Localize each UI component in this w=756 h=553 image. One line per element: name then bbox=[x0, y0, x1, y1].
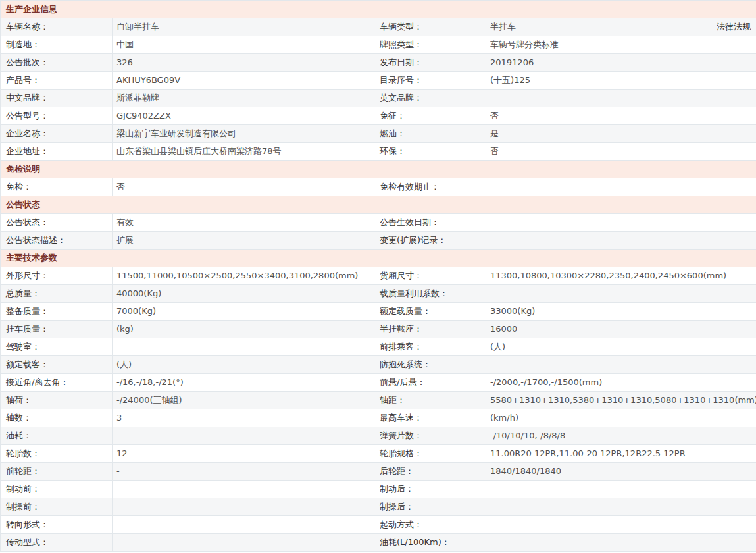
field-value: -/2000,-/1700,-/1500(mm) bbox=[486, 374, 756, 392]
field-label: 后轮距： bbox=[374, 463, 486, 481]
table-row: 整备质量：7000(Kg)额定载质量：33000(Kg) bbox=[1, 303, 756, 321]
field-label: 挂车质量： bbox=[1, 321, 113, 338]
field-label: 制操后： bbox=[374, 498, 486, 516]
section-title: 公告状态 bbox=[1, 196, 756, 214]
field-label: 轴距： bbox=[374, 392, 486, 409]
table-row: 额定载客：(人)防抱死系统： bbox=[1, 356, 756, 374]
table-row: 传动型式：油耗(L/100Km)： bbox=[1, 534, 756, 552]
field-value: GJC9402ZZX bbox=[113, 107, 374, 125]
field-label: 变更(扩展)记录： bbox=[374, 232, 486, 250]
field-value: 1840/1840/1840 bbox=[486, 463, 756, 481]
field-value: 3 bbox=[113, 409, 374, 427]
field-label: 中文品牌： bbox=[1, 90, 113, 107]
field-label: 免检有效期止： bbox=[374, 178, 486, 196]
table-row: 轴数：3最高车速：(km/h) bbox=[1, 409, 756, 427]
field-label: 弹簧片数： bbox=[374, 427, 486, 445]
field-value bbox=[486, 356, 756, 374]
field-value: 16000 bbox=[486, 321, 756, 338]
section-title: 免检说明 bbox=[1, 161, 756, 178]
field-value: (人) bbox=[113, 356, 374, 374]
table-row: 轴荷：-/24000(三轴组)轴距：5580+1310+1310,5380+13… bbox=[1, 392, 756, 409]
field-label: 前悬/后悬： bbox=[374, 374, 486, 392]
field-label: 最高车速： bbox=[374, 409, 486, 427]
table-row: 中文品牌：斯派菲勒牌英文品牌： bbox=[1, 90, 756, 107]
section-title: 生产企业信息 bbox=[1, 1, 756, 18]
field-value bbox=[113, 338, 374, 356]
table-row: 油耗：弹簧片数：-/10/10/10,-/8/8/8 bbox=[1, 427, 756, 445]
table-row: 外形尺寸：11500,11000,10500×2500,2550×3400,31… bbox=[1, 267, 756, 285]
field-label: 牌照类型： bbox=[374, 36, 486, 54]
section-header-row: 生产企业信息 bbox=[1, 1, 756, 18]
field-value bbox=[486, 534, 756, 552]
field-label: 起动方式： bbox=[374, 516, 486, 534]
table-row: 轮胎数：12轮胎规格：11.00R20 12PR,11.00-20 12PR,1… bbox=[1, 445, 756, 463]
field-value: 否 bbox=[113, 178, 374, 196]
field-label: 公告状态： bbox=[1, 214, 113, 232]
table-row: 制造地：中国牌照类型：车辆号牌分类标准 bbox=[1, 36, 756, 54]
field-label: 公告批次： bbox=[1, 54, 113, 72]
field-value: -/24000(三轴组) bbox=[113, 392, 374, 409]
field-value: 11.00R20 12PR,11.00-20 12PR,12R22.5 12PR bbox=[486, 445, 756, 463]
field-value: - bbox=[113, 463, 374, 481]
field-value: AKHUY6BG09V bbox=[113, 72, 374, 90]
field-value: 12 bbox=[113, 445, 374, 463]
field-value: -/10/10/10,-/8/8/8 bbox=[486, 427, 756, 445]
field-label: 载质量利用系数： bbox=[374, 285, 486, 303]
field-value bbox=[113, 427, 374, 445]
field-value: 5580+1310+1310,5380+1310+1310,5080+1310+… bbox=[486, 392, 756, 409]
field-label: 外形尺寸： bbox=[1, 267, 113, 285]
table-row: 公告型号：GJC9402ZZX免征：否 bbox=[1, 107, 756, 125]
field-label: 油耗： bbox=[1, 427, 113, 445]
field-value: (kg) bbox=[113, 321, 374, 338]
field-value: 7000(Kg) bbox=[113, 303, 374, 321]
table-row: 公告批次：326发布日期：20191206 bbox=[1, 54, 756, 72]
field-label: 轮胎规格： bbox=[374, 445, 486, 463]
field-value: (km/h) bbox=[486, 409, 756, 427]
field-value: 40000(Kg) bbox=[113, 285, 374, 303]
field-label: 发布日期： bbox=[374, 54, 486, 72]
field-label: 额定载客： bbox=[1, 356, 113, 374]
field-label: 总质量： bbox=[1, 285, 113, 303]
field-value bbox=[486, 285, 756, 303]
field-value-with-link: 半挂车法律法规 bbox=[490, 18, 752, 36]
field-value bbox=[486, 214, 756, 232]
field-label: 半挂鞍座： bbox=[374, 321, 486, 338]
table-row: 公告状态：有效公告生效日期： bbox=[1, 214, 756, 232]
field-label: 公告生效日期： bbox=[374, 214, 486, 232]
field-value: 是 bbox=[486, 125, 756, 143]
field-label: 转向形式： bbox=[1, 516, 113, 534]
field-label: 企业地址： bbox=[1, 143, 113, 161]
table-row: 前轮距：-后轮距：1840/1840/1840 bbox=[1, 463, 756, 481]
table-row: 总质量：40000(Kg)载质量利用系数： bbox=[1, 285, 756, 303]
legal-regulations-link[interactable]: 法律法规 bbox=[717, 18, 752, 36]
field-value: 自卸半挂车 bbox=[113, 18, 374, 36]
field-value bbox=[113, 498, 374, 516]
field-label: 制操前： bbox=[1, 498, 113, 516]
field-value-text: 半挂车 bbox=[490, 18, 516, 36]
field-label: 车辆名称： bbox=[1, 18, 113, 36]
field-value: 20191206 bbox=[486, 54, 756, 72]
table-row: 转向形式：起动方式： bbox=[1, 516, 756, 534]
field-label: 前排乘客： bbox=[374, 338, 486, 356]
field-label: 免检： bbox=[1, 178, 113, 196]
field-value: -/16,-/18,-/21(°) bbox=[113, 374, 374, 392]
field-label: 整备质量： bbox=[1, 303, 113, 321]
table-row: 公告状态描述：扩展变更(扩展)记录： bbox=[1, 232, 756, 250]
field-label: 驾驶室： bbox=[1, 338, 113, 356]
announcement-table-body: 生产企业信息车辆名称：自卸半挂车车辆类型：半挂车法律法规制造地：中国牌照类型：车… bbox=[1, 1, 756, 552]
field-value bbox=[113, 534, 374, 552]
table-row: 企业名称：梁山新宇车业研发制造有限公司燃油：是 bbox=[1, 125, 756, 143]
vehicle-announcement-page: 生产企业信息车辆名称：自卸半挂车车辆类型：半挂车法律法规制造地：中国牌照类型：车… bbox=[0, 0, 756, 552]
field-value: 33000(Kg) bbox=[486, 303, 756, 321]
field-label: 制动前： bbox=[1, 481, 113, 498]
section-header-row: 公告状态 bbox=[1, 196, 756, 214]
field-value: 梁山新宇车业研发制造有限公司 bbox=[113, 125, 374, 143]
table-row: 产品号：AKHUY6BG09V目录序号：(十五)125 bbox=[1, 72, 756, 90]
field-value bbox=[486, 516, 756, 534]
field-value: 11300,10800,10300×2280,2350,2400,2450×60… bbox=[486, 267, 756, 285]
field-value bbox=[486, 498, 756, 516]
field-value: 车辆号牌分类标准 bbox=[486, 36, 756, 54]
field-label: 轴荷： bbox=[1, 392, 113, 409]
field-label: 前轮距： bbox=[1, 463, 113, 481]
field-value bbox=[113, 481, 374, 498]
